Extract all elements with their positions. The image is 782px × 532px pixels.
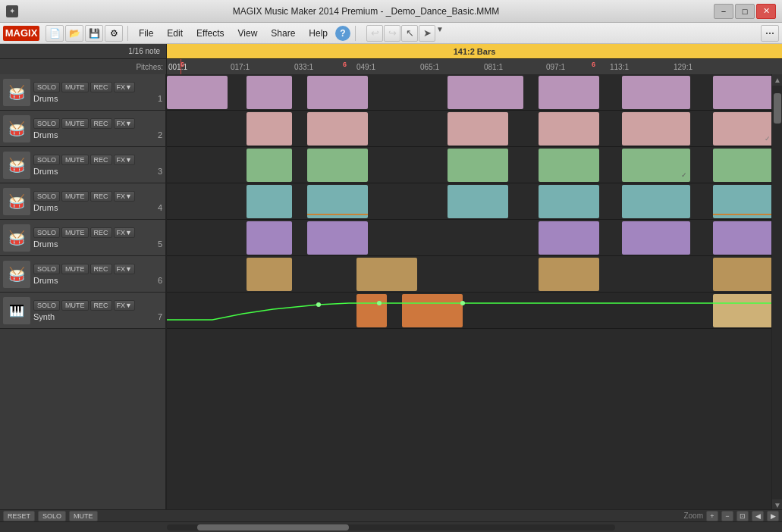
clip-1-1[interactable] (167, 76, 228, 109)
fx-btn-2[interactable]: FX▼ (114, 118, 135, 129)
clip-3-3[interactable] (448, 149, 508, 182)
rec-btn-4[interactable]: REC (90, 191, 112, 202)
minimize-button[interactable]: − (714, 4, 733, 19)
clip-2-5[interactable] (622, 112, 690, 146)
clip-6-2[interactable] (356, 258, 417, 291)
redo-button[interactable]: ↪ (384, 25, 400, 42)
fx-btn-3[interactable]: FX▼ (114, 155, 135, 165)
new-button[interactable]: 📄 (46, 25, 64, 42)
zoom-prev-button[interactable]: ◀ (752, 511, 764, 521)
mute-btn-5[interactable]: MUTE (61, 227, 89, 238)
rec-btn-2[interactable]: REC (90, 118, 112, 129)
solo-btn-1[interactable]: SOLO (33, 82, 60, 92)
clip-1-4[interactable] (448, 76, 523, 109)
mute-btn-2[interactable]: MUTE (61, 118, 89, 129)
rec-btn-1[interactable]: REC (90, 82, 112, 92)
clip-7-1[interactable] (356, 294, 387, 327)
clip-2-3[interactable] (448, 112, 508, 146)
cursor-button[interactable]: ↖ (401, 25, 418, 42)
mute-btn-1[interactable]: MUTE (61, 82, 89, 92)
fx-btn-6[interactable]: FX▼ (114, 264, 135, 274)
save-button[interactable]: 💾 (85, 25, 103, 42)
scroll-up-arrow[interactable]: ▲ (772, 74, 782, 86)
view-menu[interactable]: View (232, 27, 264, 40)
mute-btn-6[interactable]: MUTE (61, 264, 89, 274)
properties-button[interactable]: ⚙ (105, 25, 123, 42)
clip-3-1[interactable] (247, 149, 292, 182)
solo-btn-6[interactable]: SOLO (33, 264, 60, 274)
mute-btn-7[interactable]: MUTE (61, 300, 89, 311)
clip-6-3[interactable] (539, 258, 599, 291)
clip-4-6[interactable] (713, 185, 774, 218)
fx-btn-7[interactable]: FX▼ (114, 300, 135, 311)
clip-3-2[interactable] (307, 149, 368, 182)
help-icon[interactable]: ? (335, 26, 350, 41)
clip-3-4[interactable] (539, 149, 599, 182)
clip-1-6[interactable] (622, 76, 690, 109)
help-menu[interactable]: Help (303, 27, 334, 40)
solo-btn-5[interactable]: SOLO (33, 227, 60, 238)
vertical-scrollbar[interactable]: ▲ ▼ (771, 74, 782, 509)
clip-2-1[interactable] (247, 112, 292, 146)
clip-5-1[interactable] (247, 221, 292, 255)
edit-menu[interactable]: Edit (161, 27, 189, 40)
clip-6-1[interactable] (247, 258, 292, 291)
clip-5-2[interactable] (307, 221, 368, 255)
hscroll-thumb[interactable] (197, 524, 349, 530)
clip-2-6[interactable]: ✓ (713, 112, 774, 146)
fx-btn-5[interactable]: FX▼ (114, 227, 135, 238)
reset-button[interactable]: RESET (3, 511, 35, 521)
clip-4-3[interactable] (448, 185, 508, 218)
undo-button[interactable]: ↩ (366, 25, 383, 42)
zoom-next-button[interactable]: ▶ (767, 511, 779, 521)
clip-4-1[interactable] (247, 185, 292, 218)
file-menu[interactable]: File (133, 27, 159, 40)
zoom-in-button[interactable]: + (706, 511, 718, 521)
clip-1-7[interactable] (713, 76, 774, 109)
solo-btn-7[interactable]: SOLO (33, 300, 60, 311)
rec-btn-5[interactable]: REC (90, 227, 112, 238)
clip-3-6[interactable] (713, 149, 774, 182)
clip-5-3[interactable] (539, 221, 599, 255)
track-content[interactable]: ✓ ✓ (167, 74, 782, 509)
effects-menu[interactable]: Effects (190, 27, 230, 40)
open-button[interactable]: 📂 (65, 25, 83, 42)
clip-5-5[interactable] (713, 221, 774, 255)
close-button[interactable]: ✕ (756, 4, 776, 19)
dropdown-arrow[interactable]: ▼ (436, 25, 444, 42)
clip-6-4[interactable] (713, 258, 774, 291)
rec-btn-6[interactable]: REC (90, 264, 112, 274)
solo-btn-4[interactable]: SOLO (33, 191, 60, 202)
clip-1-5[interactable] (539, 76, 599, 109)
mute-btn-4[interactable]: MUTE (61, 191, 89, 202)
rec-btn-7[interactable]: REC (90, 300, 112, 311)
maximize-button[interactable]: □ (735, 4, 755, 19)
fx-btn-1[interactable]: FX▼ (114, 82, 135, 92)
solo-btn-3[interactable]: SOLO (33, 155, 60, 165)
options-icon[interactable]: ⋯ (761, 25, 779, 42)
global-mute-button[interactable]: MUTE (69, 511, 98, 521)
clip-4-2[interactable] (307, 185, 368, 218)
arrow-button[interactable]: ➤ (419, 25, 435, 42)
global-solo-button[interactable]: SOLO (38, 511, 66, 521)
scroll-thumb[interactable] (774, 93, 781, 124)
clip-1-3[interactable] (307, 76, 368, 109)
rec-btn-3[interactable]: REC (90, 155, 112, 165)
clip-2-4[interactable] (539, 112, 599, 146)
clip-3-5[interactable]: ✓ (622, 149, 690, 182)
clip-7-2[interactable] (402, 294, 463, 327)
clip-4-5[interactable] (622, 185, 690, 218)
scroll-down-arrow[interactable]: ▼ (772, 499, 782, 509)
clip-1-2[interactable] (247, 76, 292, 109)
zoom-fit-button[interactable]: ⊡ (736, 511, 749, 521)
clip-4-4[interactable] (539, 185, 599, 218)
clip-2-2[interactable] (307, 112, 368, 146)
share-menu[interactable]: Share (265, 27, 301, 40)
zoom-out-button[interactable]: − (721, 511, 733, 521)
mute-btn-3[interactable]: MUTE (61, 155, 89, 165)
solo-btn-2[interactable]: SOLO (33, 118, 60, 129)
fx-btn-4[interactable]: FX▼ (114, 191, 135, 202)
clip-7-3[interactable] (713, 294, 774, 327)
horizontal-scrollbar[interactable] (0, 521, 782, 532)
clip-5-4[interactable] (622, 221, 690, 255)
